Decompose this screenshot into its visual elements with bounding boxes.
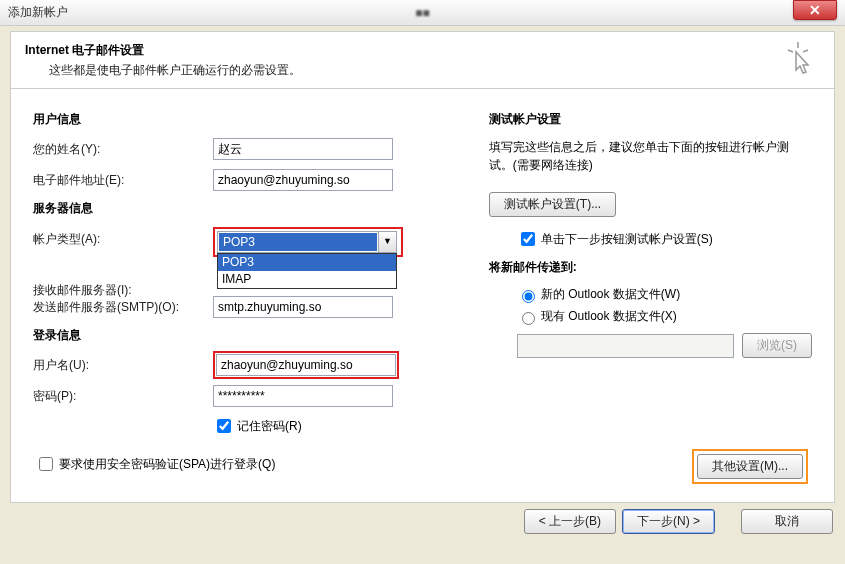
other-settings-highlight: 其他设置(M)...	[692, 449, 808, 484]
label-password: 密码(P):	[33, 388, 213, 405]
label-spa: 要求使用安全密码验证(SPA)进行登录(Q)	[59, 456, 275, 473]
outgoing-input[interactable]	[213, 296, 393, 318]
svg-line-1	[788, 50, 793, 52]
label-username: 用户名(U):	[33, 357, 213, 374]
close-button[interactable]: ✕	[793, 0, 837, 20]
title-center-blur: ■■	[415, 6, 430, 20]
password-input[interactable]	[213, 385, 393, 407]
svg-line-2	[803, 50, 808, 52]
next-button[interactable]: 下一步(N) >	[622, 509, 715, 534]
radio-new-file[interactable]	[522, 290, 535, 303]
label-incoming: 接收邮件服务器(I):	[33, 282, 213, 299]
account-type-selected: POP3	[219, 233, 377, 251]
content-panel: 用户信息 您的姓名(Y): 电子邮件地址(E): 服务器信息 帐户类型(A): …	[10, 89, 835, 503]
email-input[interactable]	[213, 169, 393, 191]
label-email: 电子邮件地址(E):	[33, 172, 213, 189]
footer-bar: < 上一步(B) 下一步(N) > 取消	[12, 509, 833, 534]
label-radio-new: 新的 Outlook 数据文件(W)	[541, 286, 680, 303]
radio-existing-file[interactable]	[522, 312, 535, 325]
header-panel: Internet 电子邮件设置 这些都是使电子邮件帐户正确运行的必需设置。	[10, 31, 835, 89]
section-user-info: 用户信息	[33, 111, 485, 128]
section-login-info: 登录信息	[33, 327, 485, 344]
test-next-checkbox[interactable]	[521, 232, 535, 246]
test-description: 填写完这些信息之后，建议您单击下面的按钮进行帐户测试。(需要网络连接)	[489, 138, 812, 174]
section-deliver-title: 将新邮件传递到:	[489, 259, 812, 276]
account-type-highlight: POP3 ▼ POP3 IMAP	[213, 227, 403, 257]
window-title: 添加新帐户	[8, 4, 68, 21]
your-name-input[interactable]	[213, 138, 393, 160]
account-type-dropdown: POP3 IMAP	[217, 253, 397, 289]
chevron-down-icon[interactable]: ▼	[378, 232, 396, 252]
label-remember-password: 记住密码(R)	[237, 418, 302, 435]
section-test-title: 测试帐户设置	[489, 111, 812, 128]
title-bar: 添加新帐户 ■■ ✕	[0, 0, 845, 26]
account-type-option-imap[interactable]: IMAP	[218, 271, 396, 288]
right-column: 测试帐户设置 填写完这些信息之后，建议您单击下面的按钮进行帐户测试。(需要网络连…	[485, 111, 812, 492]
account-type-combo[interactable]: POP3 ▼	[217, 231, 397, 253]
label-account-type: 帐户类型(A):	[33, 227, 213, 248]
other-settings-button[interactable]: 其他设置(M)...	[697, 454, 803, 479]
account-type-option-pop3[interactable]: POP3	[218, 254, 396, 271]
left-column: 用户信息 您的姓名(Y): 电子邮件地址(E): 服务器信息 帐户类型(A): …	[33, 111, 485, 492]
spa-checkbox[interactable]	[39, 457, 53, 471]
label-radio-existing: 现有 Outlook 数据文件(X)	[541, 308, 677, 325]
data-file-path-input	[517, 334, 734, 358]
header-subtitle: 这些都是使电子邮件帐户正确运行的必需设置。	[49, 62, 820, 79]
label-test-next: 单击下一步按钮测试帐户设置(S)	[541, 231, 713, 248]
test-account-button[interactable]: 测试帐户设置(T)...	[489, 192, 616, 217]
section-server-info: 服务器信息	[33, 200, 485, 217]
username-input[interactable]	[216, 354, 396, 376]
browse-button: 浏览(S)	[742, 333, 812, 358]
cancel-button[interactable]: 取消	[741, 509, 833, 534]
cursor-icon	[786, 42, 816, 79]
back-button[interactable]: < 上一步(B)	[524, 509, 616, 534]
remember-password-checkbox[interactable]	[217, 419, 231, 433]
header-title: Internet 电子邮件设置	[25, 42, 820, 59]
username-highlight	[213, 351, 399, 379]
label-outgoing: 发送邮件服务器(SMTP)(O):	[33, 299, 213, 316]
label-your-name: 您的姓名(Y):	[33, 141, 213, 158]
